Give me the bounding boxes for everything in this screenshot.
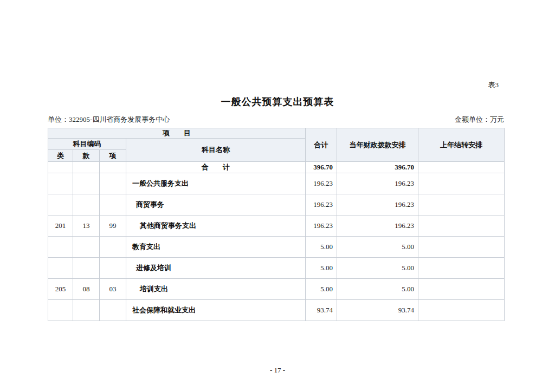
class-code-cell: 205 bbox=[48, 279, 73, 300]
subject-name-cell: 教育支出 bbox=[126, 237, 306, 258]
header-current-year: 当年财政拨款安排 bbox=[337, 128, 418, 162]
total-cell: 196.23 bbox=[306, 194, 337, 215]
class-code-cell bbox=[48, 237, 73, 258]
class-code-cell bbox=[48, 258, 73, 279]
subject-name-cell: 合 计 bbox=[126, 162, 306, 173]
current-year-cell: 196.23 bbox=[337, 173, 418, 194]
table-row: 201 13 99 其他商贸事务支出 196.23 196.23 bbox=[48, 215, 505, 237]
document-page: 表3 一般公共预算支出预算表 单位：322905-四川省商务发展事务中心 金额单… bbox=[0, 0, 555, 392]
table-row: 社会保障和就业支出 93.74 93.74 bbox=[48, 300, 505, 321]
current-year-cell: 5.00 bbox=[337, 237, 418, 258]
amount-unit-label: 金额单位：万元 bbox=[455, 115, 504, 125]
section-code-cell: 13 bbox=[73, 215, 100, 237]
table-row: 教育支出 5.00 5.00 bbox=[48, 237, 505, 258]
subject-name-cell: 一般公共服务支出 bbox=[126, 173, 306, 194]
table-row: 进修及培训 5.00 5.00 bbox=[48, 258, 505, 279]
carryover-cell bbox=[418, 215, 505, 237]
current-year-cell: 196.23 bbox=[337, 215, 418, 237]
total-cell: 93.74 bbox=[306, 300, 337, 321]
total-cell: 196.23 bbox=[306, 215, 337, 237]
unit-label: 单位：322905-四川省商务发展事务中心 bbox=[48, 115, 170, 125]
meta-row: 单位：322905-四川省商务发展事务中心 金额单位：万元 bbox=[48, 115, 504, 125]
class-code-cell bbox=[48, 173, 73, 194]
class-code-cell bbox=[48, 300, 73, 321]
table-row: 商贸事务 196.23 196.23 bbox=[48, 194, 505, 215]
item-code-cell bbox=[100, 258, 126, 279]
item-code-cell bbox=[100, 162, 126, 173]
total-cell: 5.00 bbox=[306, 258, 337, 279]
table-number-label: 表3 bbox=[0, 80, 499, 90]
page-number: - 17 - bbox=[0, 366, 555, 375]
current-year-cell: 5.00 bbox=[337, 279, 418, 300]
subject-name-cell: 社会保障和就业支出 bbox=[126, 300, 306, 321]
subject-name-cell: 培训支出 bbox=[126, 279, 306, 300]
total-cell: 5.00 bbox=[306, 237, 337, 258]
item-code-cell bbox=[100, 173, 126, 194]
header-item: 项 bbox=[100, 150, 126, 162]
current-year-cell: 93.74 bbox=[337, 300, 418, 321]
table-row-total: 合 计 396.70 396.70 bbox=[48, 162, 505, 173]
header-row-project: 项 目 合计 当年财政拨款安排 上年结转安排 bbox=[48, 128, 505, 139]
section-code-cell: 08 bbox=[73, 279, 100, 300]
carryover-cell bbox=[418, 237, 505, 258]
total-cell: 196.23 bbox=[306, 173, 337, 194]
item-code-cell: 99 bbox=[100, 215, 126, 237]
header-subject-code: 科目编码 bbox=[48, 139, 126, 150]
total-cell: 396.70 bbox=[306, 162, 337, 173]
carryover-cell bbox=[418, 194, 505, 215]
carryover-cell bbox=[418, 173, 505, 194]
carryover-cell bbox=[418, 300, 505, 321]
carryover-cell bbox=[418, 258, 505, 279]
current-year-cell: 196.23 bbox=[337, 194, 418, 215]
item-code-cell bbox=[100, 237, 126, 258]
header-section: 款 bbox=[73, 150, 100, 162]
item-code-cell bbox=[100, 300, 126, 321]
current-year-cell: 5.00 bbox=[337, 258, 418, 279]
section-code-cell bbox=[73, 237, 100, 258]
section-code-cell bbox=[73, 162, 100, 173]
page-title: 一般公共预算支出预算表 bbox=[0, 95, 555, 108]
header-subject-name: 科目名称 bbox=[126, 139, 306, 162]
section-code-cell bbox=[73, 258, 100, 279]
header-total: 合计 bbox=[306, 128, 337, 162]
class-code-cell bbox=[48, 194, 73, 215]
header-class: 类 bbox=[48, 150, 73, 162]
total-cell: 5.00 bbox=[306, 279, 337, 300]
section-code-cell bbox=[73, 300, 100, 321]
section-code-cell bbox=[73, 194, 100, 215]
table-row: 205 08 03 培训支出 5.00 5.00 bbox=[48, 279, 505, 300]
header-project: 项 目 bbox=[48, 128, 306, 139]
subject-name-cell: 进修及培训 bbox=[126, 258, 306, 279]
subject-name-cell: 商贸事务 bbox=[126, 194, 306, 215]
table-row: 一般公共服务支出 196.23 196.23 bbox=[48, 173, 505, 194]
carryover-cell bbox=[418, 279, 505, 300]
current-year-cell: 396.70 bbox=[337, 162, 418, 173]
item-code-cell: 03 bbox=[100, 279, 126, 300]
header-carryover: 上年结转安排 bbox=[418, 128, 505, 162]
class-code-cell bbox=[48, 162, 73, 173]
carryover-cell bbox=[418, 162, 505, 173]
budget-table: 项 目 合计 当年财政拨款安排 上年结转安排 科目编码 科目名称 类 款 项 合… bbox=[48, 128, 505, 321]
item-code-cell bbox=[100, 194, 126, 215]
section-code-cell bbox=[73, 173, 100, 194]
subject-name-cell: 其他商贸事务支出 bbox=[126, 215, 306, 237]
class-code-cell: 201 bbox=[48, 215, 73, 237]
